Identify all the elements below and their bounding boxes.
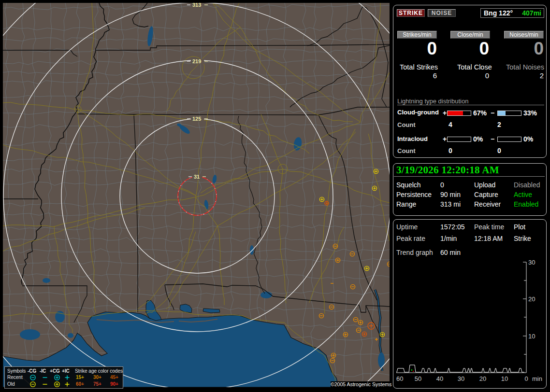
svg-text:31: 31 <box>194 174 200 180</box>
svg-text:20: 20 <box>479 375 486 382</box>
svg-text:60: 60 <box>396 375 403 382</box>
svg-text:40: 40 <box>436 375 443 382</box>
svg-text:313: 313 <box>192 3 201 8</box>
svg-text:20: 20 <box>528 295 535 303</box>
svg-text:min: min <box>532 375 542 382</box>
svg-text:10: 10 <box>501 375 508 382</box>
svg-text:30: 30 <box>458 375 464 382</box>
svg-text:50: 50 <box>415 375 421 382</box>
svg-text:10: 10 <box>528 333 535 340</box>
svg-text:0: 0 <box>524 375 528 382</box>
svg-text:219: 219 <box>192 58 201 64</box>
svg-text:30: 30 <box>528 259 535 266</box>
svg-text:125: 125 <box>192 116 201 122</box>
